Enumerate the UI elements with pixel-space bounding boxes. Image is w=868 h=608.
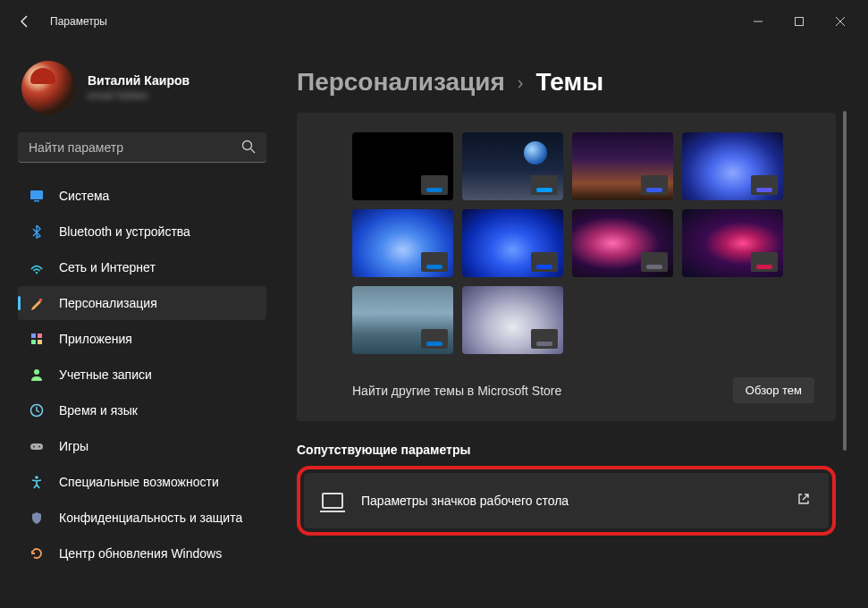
nav-label: Игры — [59, 439, 88, 453]
nav-item-accessibility[interactable]: Специальные возможности — [18, 465, 266, 499]
theme-accent-preview — [421, 252, 448, 272]
svg-rect-0 — [796, 18, 804, 26]
related-section-label: Сопутствующие параметры — [297, 443, 836, 457]
nav-item-apps[interactable]: Приложения — [18, 322, 266, 356]
scrollbar[interactable] — [843, 111, 847, 576]
minimize-button[interactable] — [737, 7, 779, 36]
svg-rect-6 — [31, 334, 36, 338]
breadcrumb: Персонализация › Темы — [297, 68, 836, 97]
nav-label: Конфиденциальность и защита — [59, 511, 242, 525]
nav-label: Система — [59, 189, 109, 203]
privacy-icon — [29, 510, 45, 526]
nav-item-bluetooth[interactable]: Bluetooth и устройства — [18, 215, 266, 249]
nav-label: Приложения — [59, 332, 132, 346]
theme-accent-preview — [751, 252, 778, 272]
highlight-annotation: Параметры значков рабочего стола — [297, 466, 836, 536]
personalize-icon — [29, 295, 45, 311]
search-box[interactable] — [18, 132, 266, 163]
network-icon — [29, 259, 45, 275]
nav-item-system[interactable]: Система — [18, 179, 266, 213]
themes-panel: Найти другие темы в Microsoft Store Обзо… — [297, 113, 836, 421]
store-text: Найти другие темы в Microsoft Store — [352, 384, 561, 398]
theme-tile-8[interactable] — [352, 286, 453, 354]
user-name: Виталий Каиров — [88, 73, 190, 88]
nav-label: Время и язык — [59, 403, 138, 418]
nav-label: Учетные записи — [59, 367, 152, 382]
nav-label: Сеть и Интернет — [59, 260, 156, 274]
theme-accent-preview — [531, 329, 558, 349]
desktop-icon — [322, 493, 343, 509]
theme-accent-preview — [421, 329, 448, 349]
accounts-icon — [29, 367, 45, 383]
svg-point-15 — [35, 476, 38, 479]
svg-point-4 — [36, 272, 38, 274]
user-profile[interactable]: Виталий Каиров email hidden — [18, 54, 266, 132]
window-title: Параметры — [50, 15, 107, 28]
theme-tile-1[interactable] — [462, 132, 563, 200]
system-icon — [29, 188, 45, 204]
browse-themes-button[interactable]: Обзор тем — [733, 377, 814, 403]
theme-tile-5[interactable] — [462, 209, 563, 277]
external-link-icon — [796, 492, 811, 510]
nav-label: Bluetooth и устройства — [59, 224, 190, 239]
svg-point-13 — [33, 446, 35, 448]
svg-rect-7 — [38, 334, 42, 338]
theme-accent-preview — [531, 252, 558, 272]
theme-tile-0[interactable] — [352, 132, 453, 200]
avatar — [21, 61, 75, 114]
theme-accent-preview — [751, 175, 778, 195]
theme-tile-2[interactable] — [572, 132, 673, 200]
theme-tile-6[interactable] — [572, 209, 673, 277]
apps-icon — [29, 331, 45, 347]
svg-rect-3 — [34, 200, 39, 202]
theme-accent-preview — [531, 175, 558, 195]
nav-item-update[interactable]: Центр обновления Windows — [18, 536, 266, 570]
svg-point-1 — [243, 141, 252, 150]
search-icon — [241, 139, 256, 157]
user-email: email hidden — [88, 89, 190, 102]
theme-tile-7[interactable] — [682, 209, 783, 277]
desktop-icon-settings-label: Параметры значков рабочего стола — [361, 494, 779, 508]
nav-label: Персонализация — [59, 296, 157, 310]
chevron-right-icon: › — [518, 72, 524, 93]
nav-item-gaming[interactable]: Игры — [18, 429, 266, 463]
nav-label: Центр обновления Windows — [59, 546, 222, 561]
time-icon — [29, 402, 45, 418]
svg-rect-2 — [30, 190, 43, 199]
nav-label: Специальные возможности — [59, 475, 219, 489]
svg-rect-12 — [30, 443, 43, 450]
desktop-icon-settings-link[interactable]: Параметры значков рабочего стола — [304, 473, 829, 528]
theme-tile-9[interactable] — [462, 286, 563, 354]
bluetooth-icon — [29, 224, 45, 240]
theme-accent-preview — [641, 175, 668, 195]
theme-accent-preview — [421, 175, 448, 195]
svg-rect-9 — [38, 340, 42, 344]
update-icon — [29, 545, 45, 562]
search-input[interactable] — [18, 132, 266, 163]
svg-point-14 — [38, 446, 40, 448]
nav-item-network[interactable]: Сеть и Интернет — [18, 250, 266, 284]
nav-item-privacy[interactable]: Конфиденциальность и защита — [18, 501, 266, 535]
nav-item-accounts[interactable]: Учетные записи — [18, 358, 266, 392]
nav-item-time[interactable]: Время и язык — [18, 393, 266, 427]
back-button[interactable] — [7, 4, 43, 39]
svg-rect-8 — [31, 340, 36, 344]
nav-item-personalize[interactable]: Персонализация — [18, 286, 266, 320]
theme-tile-3[interactable] — [682, 132, 783, 200]
theme-accent-preview — [641, 252, 668, 272]
theme-tile-4[interactable] — [352, 209, 453, 277]
breadcrumb-current: Темы — [536, 68, 604, 97]
svg-point-10 — [34, 369, 39, 375]
scrollbar-thumb[interactable] — [843, 111, 847, 451]
maximize-button[interactable] — [779, 7, 820, 36]
close-button[interactable] — [820, 7, 861, 36]
breadcrumb-parent[interactable]: Персонализация — [297, 68, 505, 97]
gaming-icon — [29, 438, 45, 454]
accessibility-icon — [29, 474, 45, 490]
